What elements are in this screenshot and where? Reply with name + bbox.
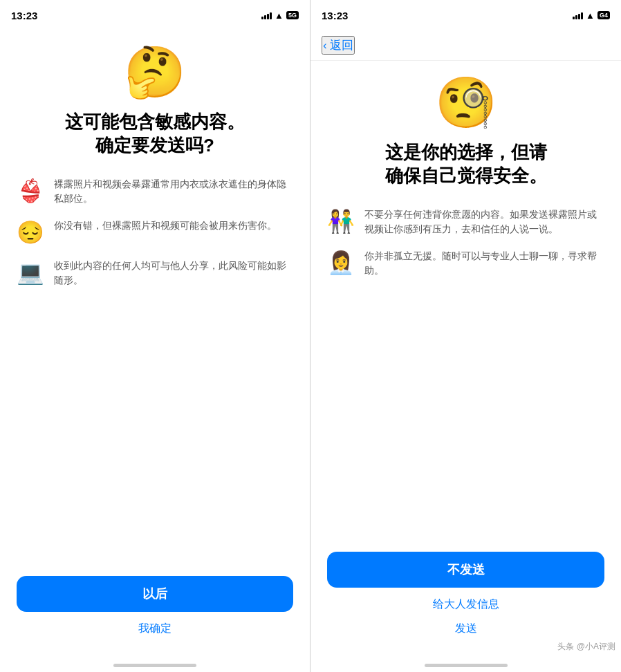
confirm-button[interactable]: 我确定: [138, 622, 172, 636]
right-info-list: 👫 不要分享任何违背你意愿的内容。如果发送裸露照片或视频让你感到有压力，去和信任…: [327, 207, 604, 278]
chevron-left-icon: ‹: [323, 39, 327, 53]
later-button[interactable]: 以后: [17, 576, 293, 612]
phone-right: 13:23 ▲ G4 ‹ 返回 🧐 这是你的选择，但请 确保自己觉得安全。 �: [310, 0, 621, 672]
signal-icon: [261, 11, 272, 19]
phone-left: 13:23 ▲ 5G 🤔 这可能包含敏感内容。 确定要发送吗? 👙 裸露照片和视…: [0, 0, 310, 672]
no-send-button[interactable]: 不发送: [327, 552, 604, 588]
monocle-emoji: 🧐: [435, 77, 497, 127]
nav-bar-right: ‹ 返回: [310, 30, 621, 61]
status-bar-left: 13:23 ▲ 5G: [0, 0, 310, 30]
status-bar-right: 13:23 ▲ G4: [310, 0, 621, 30]
message-adult-button[interactable]: 给大人发信息: [433, 597, 499, 612]
signal-icon-right: [573, 11, 583, 19]
left-info-text-1: 裸露照片和视频会暴露通常用内衣或泳衣遮住的身体隐私部位。: [54, 177, 293, 206]
network-badge-left: 5G: [286, 11, 299, 19]
right-title: 这是你的选择，但请 确保自己觉得安全。: [327, 141, 604, 188]
home-indicator-right: [310, 658, 621, 672]
sad-emoji-icon: 😔: [17, 218, 44, 246]
home-bar-right: [425, 664, 508, 667]
left-bottom-area: 以后 我确定: [0, 565, 310, 658]
right-content: 🧐 这是你的选择，但请 确保自己觉得安全。 👫 不要分享任何违背你意愿的内容。如…: [310, 61, 621, 541]
network-badge-right: G4: [597, 11, 610, 19]
back-button[interactable]: ‹ 返回: [322, 36, 355, 55]
right-info-text-2: 你并非孤立无援。随时可以与专业人士聊一聊，寻求帮助。: [364, 249, 604, 278]
thinking-emoji: 🤔: [124, 47, 186, 97]
right-info-text-1: 不要分享任何违背你意愿的内容。如果发送裸露照片或视频让你感到有压力，去和信任的人…: [364, 207, 604, 236]
watermark: 头条 @小A评测: [557, 641, 615, 653]
status-icons-left: ▲ 5G: [261, 10, 299, 21]
underwear-icon: 👙: [17, 177, 44, 205]
left-info-text-2: 你没有错，但裸露照片和视频可能会被用来伤害你。: [54, 218, 293, 233]
left-title: 这可能包含敏感内容。 确定要发送吗?: [17, 111, 293, 158]
wifi-icon: ▲: [275, 10, 284, 21]
couple-icon: 👫: [327, 207, 355, 235]
right-info-item-1: 👫 不要分享任何违背你意愿的内容。如果发送裸露照片或视频让你感到有压力，去和信任…: [327, 207, 604, 236]
left-content: 🤔 这可能包含敏感内容。 确定要发送吗? 👙 裸露照片和视频会暴露通常用内衣或泳…: [0, 30, 310, 565]
home-bar-left: [113, 664, 196, 667]
status-icons-right: ▲ G4: [573, 10, 610, 21]
left-info-list: 👙 裸露照片和视频会暴露通常用内衣或泳衣遮住的身体隐私部位。 😔 你没有错，但裸…: [17, 177, 293, 288]
left-info-item-2: 😔 你没有错，但裸露照片和视频可能会被用来伤害你。: [17, 218, 293, 246]
time-left: 13:23: [11, 10, 37, 21]
left-info-item-3: 💻 收到此内容的任何人均可与他人分享，此风险可能如影随形。: [17, 259, 293, 288]
right-info-item-2: 👩‍💼 你并非孤立无援。随时可以与专业人士聊一聊，寻求帮助。: [327, 249, 604, 278]
send-button[interactable]: 发送: [455, 622, 477, 636]
left-info-item-1: 👙 裸露照片和视频会暴露通常用内衣或泳衣遮住的身体隐私部位。: [17, 177, 293, 206]
home-indicator-left: [0, 658, 310, 672]
time-right: 13:23: [322, 10, 348, 21]
wifi-icon-right: ▲: [586, 10, 595, 21]
emoji-container-left: 🤔: [17, 47, 293, 97]
emoji-container-right: 🧐: [327, 77, 604, 127]
professional-icon: 👩‍💼: [327, 249, 355, 277]
left-info-text-3: 收到此内容的任何人均可与他人分享，此风险可能如影随形。: [54, 259, 293, 288]
laptop-icon: 💻: [17, 259, 44, 286]
